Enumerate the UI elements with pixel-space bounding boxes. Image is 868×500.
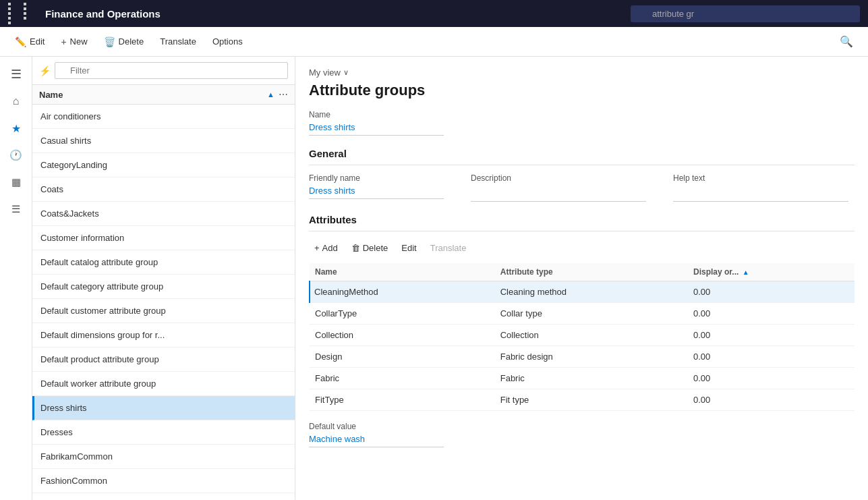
add-icon: + <box>314 243 320 253</box>
list-header: Name ▲ ⋯ <box>32 85 295 105</box>
list-items: Air conditionersCasual shirtsCategoryLan… <box>32 105 295 500</box>
resize-handle[interactable] <box>292 57 295 500</box>
new-button[interactable]: + New <box>54 32 94 51</box>
my-view-label[interactable]: My view <box>309 67 341 78</box>
list-col-name: Name <box>39 90 264 100</box>
list-item[interactable]: Default catalog attribute group <box>32 250 295 275</box>
attr-edit-button[interactable]: Edit <box>396 240 422 256</box>
list-item[interactable]: FashionSunglasses <box>32 493 295 500</box>
cmd-search-button[interactable]: 🔍 <box>833 31 860 52</box>
sidebar-item-recent[interactable]: 🕐 <box>4 143 28 167</box>
app-title: Finance and Operations <box>45 8 623 20</box>
friendly-name-group: Friendly name Dress shirts <box>309 173 444 202</box>
sidebar-item-home[interactable]: ⌂ <box>4 89 28 113</box>
attr-toolbar: + Add 🗑 Delete Edit Translate <box>309 240 855 256</box>
display-sort-icon: ▲ <box>743 269 749 276</box>
list-item[interactable]: Dresses <box>32 420 295 445</box>
sidebar-item-list[interactable]: ☰ <box>4 197 28 221</box>
general-fields: Friendly name Dress shirts Description H… <box>309 173 855 202</box>
page-title: Attribute groups <box>309 82 855 99</box>
description-value[interactable] <box>471 186 646 202</box>
help-text-value[interactable] <box>673 186 848 202</box>
name-field-group: Name Dress shirts <box>309 110 855 136</box>
delete-button[interactable]: 🗑️ Delete <box>97 32 151 51</box>
list-item[interactable]: Dress shirts <box>32 396 295 420</box>
list-item[interactable]: CategoryLanding <box>32 153 295 177</box>
my-view-row: My view ∨ <box>309 67 855 78</box>
filter-icon[interactable]: ⚡ <box>39 65 51 76</box>
default-value-label: Default value <box>309 422 855 431</box>
help-text-label: Help text <box>673 173 848 183</box>
general-section-header: General <box>309 148 855 165</box>
table-row[interactable]: CollectionCollection0.00 <box>310 325 855 346</box>
table-row[interactable]: CollarTypeCollar type0.00 <box>310 303 855 325</box>
list-item[interactable]: Air conditioners <box>32 105 295 129</box>
detail-panel: My view ∨ Attribute groups Name Dress sh… <box>295 57 868 500</box>
main-layout: ☰ ⌂ ★ 🕐 ▦ ☰ ⚡ 🔍 Name ▲ ⋯ Air conditioner… <box>0 57 868 500</box>
list-item[interactable]: FabrikamCommon <box>32 445 295 469</box>
name-field-value[interactable]: Dress shirts <box>309 122 444 136</box>
description-group: Description <box>471 173 646 202</box>
filter-input-wrapper: 🔍 <box>55 62 288 79</box>
list-more-icon[interactable]: ⋯ <box>279 89 288 100</box>
attr-translate-button[interactable]: Translate <box>425 240 472 256</box>
default-value[interactable]: Machine wash <box>309 434 444 447</box>
description-label: Description <box>471 173 646 183</box>
list-item[interactable]: FashionCommon <box>32 469 295 493</box>
sidebar-item-workspace[interactable]: ▦ <box>4 170 28 194</box>
sidebar-item-menu[interactable]: ☰ <box>4 62 28 86</box>
list-filter-input[interactable] <box>55 62 288 79</box>
my-view-chevron[interactable]: ∨ <box>343 68 349 77</box>
attr-delete-button[interactable]: 🗑 Delete <box>346 240 394 256</box>
list-panel: ⚡ 🔍 Name ▲ ⋯ Air conditionersCasual shir… <box>32 57 295 500</box>
list-item[interactable]: Customer information <box>32 226 295 250</box>
edit-icon: ✏️ <box>15 36 26 47</box>
col-display-header: Display or... ▲ <box>688 263 855 281</box>
sidebar-icons: ☰ ⌂ ★ 🕐 ▦ ☰ <box>0 57 32 500</box>
list-toolbar: ⚡ 🔍 <box>32 57 295 85</box>
list-item[interactable]: Default category attribute group <box>32 275 295 299</box>
table-row[interactable]: CleaningMethodCleaning method0.00 <box>310 281 855 303</box>
default-value-section: Default value Machine wash <box>309 422 855 447</box>
list-item[interactable]: Coats <box>32 177 295 202</box>
name-field-label: Name <box>309 110 855 119</box>
list-item[interactable]: Default customer attribute group <box>32 299 295 323</box>
col-type-header: Attribute type <box>495 263 688 281</box>
attributes-table: Name Attribute type Display or... ▲ Clea… <box>309 263 855 411</box>
delete-icon: 🗑️ <box>104 36 115 47</box>
list-item[interactable]: Coats&Jackets <box>32 202 295 226</box>
table-row[interactable]: DesignFabric design0.00 <box>310 346 855 368</box>
top-bar: Finance and Operations 🔍 <box>0 0 868 27</box>
command-bar: ✏️ Edit + New 🗑️ Delete Translate Option… <box>0 27 868 57</box>
search-container: 🔍 <box>631 5 860 22</box>
list-item[interactable]: Default dimensions group for r... <box>32 323 295 348</box>
translate-button[interactable]: Translate <box>153 32 203 51</box>
new-icon: + <box>61 36 66 47</box>
col-name-header: Name <box>310 263 495 281</box>
table-row[interactable]: FabricFabric0.00 <box>310 368 855 389</box>
table-row[interactable]: FitTypeFit type0.00 <box>310 389 855 411</box>
global-search-input[interactable] <box>631 5 860 22</box>
list-item[interactable]: Casual shirts <box>32 129 295 153</box>
list-item[interactable]: Default product attribute group <box>32 348 295 372</box>
list-item[interactable]: Default worker attribute group <box>32 372 295 396</box>
friendly-name-label: Friendly name <box>309 173 444 183</box>
sidebar-item-favorites[interactable]: ★ <box>4 116 28 140</box>
grid-menu-icon[interactable] <box>8 3 37 24</box>
edit-button[interactable]: ✏️ Edit <box>8 32 51 51</box>
attr-delete-icon: 🗑 <box>351 243 360 253</box>
attributes-section-header: Attributes <box>309 214 855 231</box>
attr-add-button[interactable]: + Add <box>309 240 343 256</box>
friendly-name-value[interactable]: Dress shirts <box>309 186 444 199</box>
help-text-group: Help text <box>673 173 848 202</box>
sort-asc-icon[interactable]: ▲ <box>267 90 274 99</box>
options-button[interactable]: Options <box>206 32 250 51</box>
